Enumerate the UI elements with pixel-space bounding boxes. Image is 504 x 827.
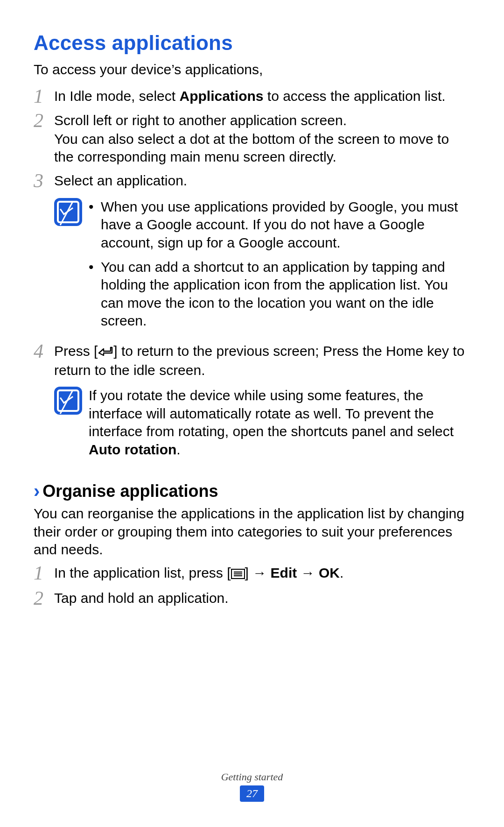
bold-text: Auto rotation xyxy=(89,442,176,457)
note-block: When you use applications provided by Go… xyxy=(54,198,470,337)
subsection-intro: You can reorganise the applications in t… xyxy=(34,505,470,558)
page-number-badge: 27 xyxy=(240,785,264,802)
sub-step-2: 2 Tap and hold an application. xyxy=(34,589,470,608)
text-fragment: . xyxy=(176,442,180,457)
step-text: Tap and hold an application. xyxy=(54,589,470,607)
step-text: You can also select a dot at the bottom … xyxy=(54,130,470,166)
bold-text: OK xyxy=(319,565,340,580)
note-bullet: You can add a shortcut to an application… xyxy=(89,258,470,330)
menu-key-icon xyxy=(231,565,245,583)
footer-chapter: Getting started xyxy=(0,770,504,784)
bold-text: Applications xyxy=(179,88,263,104)
text-fragment: . xyxy=(340,565,343,580)
text-fragment: In the application list, press [ xyxy=(54,565,231,580)
step-number: 3 xyxy=(34,171,54,191)
step-text: In the application list, press [] → Edit… xyxy=(54,564,470,583)
subsection-title: › Organise applications xyxy=(34,479,470,503)
chevron-icon: › xyxy=(34,479,40,503)
text-fragment: to access the application list. xyxy=(264,88,446,104)
back-key-icon xyxy=(98,344,113,361)
text-fragment: In Idle mode, select xyxy=(54,88,179,104)
step-number: 4 xyxy=(34,341,54,361)
section-title: Access applications xyxy=(34,30,470,56)
step-number: 2 xyxy=(34,588,54,608)
step-3: 3 Select an application. xyxy=(34,172,470,191)
text-fragment: → xyxy=(297,565,319,580)
subsection-title-text: Organise applications xyxy=(42,481,218,502)
note-text: If you rotate the device while using som… xyxy=(89,387,470,459)
step-number: 1 xyxy=(34,563,54,583)
step-text: Select an application. xyxy=(54,172,470,190)
step-text: In Idle mode, select Applications to acc… xyxy=(54,87,470,105)
step-text: Press [] to return to the previous scree… xyxy=(54,342,470,380)
intro-text: To access your device’s applications, xyxy=(34,61,470,78)
text-fragment: ] → xyxy=(245,565,271,580)
step-number: 1 xyxy=(34,86,54,106)
text-fragment: ] to return to the previous screen; Pres… xyxy=(54,343,464,378)
text-fragment: If you rotate the device while using som… xyxy=(89,388,454,439)
note-icon xyxy=(54,198,82,226)
step-2: 2 Scroll left or right to another applic… xyxy=(34,112,470,166)
bold-text: Edit xyxy=(271,565,297,580)
note-block: If you rotate the device while using som… xyxy=(54,387,470,459)
page-footer: Getting started 27 xyxy=(0,770,504,802)
note-bullet: When you use applications provided by Go… xyxy=(89,198,470,252)
step-4: 4 Press [] to return to the previous scr… xyxy=(34,342,470,380)
step-1: 1 In Idle mode, select Applications to a… xyxy=(34,87,470,106)
text-fragment: Press [ xyxy=(54,343,98,359)
sub-step-1: 1 In the application list, press [] → Ed… xyxy=(34,564,470,583)
step-number: 2 xyxy=(34,111,54,130)
note-icon xyxy=(54,387,82,415)
step-text: Scroll left or right to another applicat… xyxy=(54,112,470,129)
